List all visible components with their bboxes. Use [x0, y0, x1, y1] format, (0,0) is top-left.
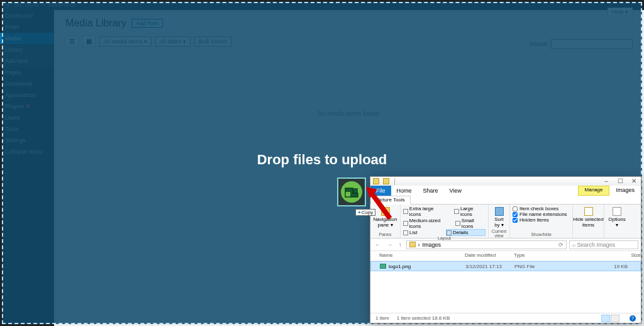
- tab-view[interactable]: View: [444, 186, 467, 196]
- file-name-extensions-toggle[interactable]: File name extensions: [513, 211, 570, 217]
- window-maximize-button[interactable]: ☐: [613, 177, 627, 186]
- col-size[interactable]: Size: [558, 251, 641, 261]
- image-file-icon: [380, 264, 386, 269]
- folder-icon: [373, 178, 379, 184]
- options-icon: [613, 207, 621, 216]
- nav-back-button[interactable]: ←: [373, 242, 382, 248]
- nav-up-button[interactable]: ↑: [397, 242, 404, 248]
- layout-details[interactable]: Details: [446, 229, 486, 236]
- item-check-boxes-toggle[interactable]: Item check boxes: [513, 206, 570, 211]
- folder-icon: [383, 178, 389, 184]
- file-row[interactable]: logo1.png3/12/2021 17:13PNG File19 KB: [370, 261, 641, 271]
- file-type: PNG File: [514, 264, 558, 269]
- ribbon: Navigation pane ▾ Panes Extra large icon…: [370, 205, 641, 239]
- context-title: Images: [609, 186, 641, 196]
- window-close-button[interactable]: ✕: [627, 177, 641, 186]
- ribbon-subtabs: Picture Tools: [370, 196, 641, 205]
- breadcrumb-current[interactable]: Images: [423, 242, 441, 248]
- nav-forward-button[interactable]: →: [385, 242, 394, 248]
- tab-share[interactable]: Share: [418, 186, 444, 196]
- file-explorer-window[interactable]: │ – ☐ ✕ File Home Share View Manage Imag…: [370, 176, 641, 323]
- explorer-titlebar[interactable]: │ – ☐ ✕: [370, 177, 641, 186]
- file-size: 19 KB: [558, 264, 640, 269]
- dragging-file-thumbnail: [337, 177, 366, 206]
- status-count: 1 item: [375, 315, 389, 321]
- sort-by-button[interactable]: Sort by ▾: [491, 206, 507, 229]
- tab-manage[interactable]: Manage: [578, 186, 610, 196]
- file-date: 3/12/2021 17:13: [465, 264, 514, 269]
- drop-text: Drop files to upload: [257, 152, 387, 168]
- titlebar-sep: │: [393, 178, 397, 184]
- file-list[interactable]: logo1.png3/12/2021 17:13PNG File19 KB: [370, 261, 641, 271]
- options-button[interactable]: Options ▾: [607, 206, 627, 229]
- status-selected: 1 item selected 18.6 KB: [397, 315, 450, 321]
- hide-selected-items-button[interactable]: Hide selected items: [575, 206, 601, 229]
- col-name[interactable]: Name: [379, 251, 465, 261]
- layout-medium-icons[interactable]: Medium-sized iconsSmall icons: [403, 218, 486, 229]
- breadcrumb-chevron[interactable]: ›: [418, 242, 420, 248]
- explorer-statusbar: 1 item 1 item selected 18.6 KB ?: [370, 313, 641, 323]
- layout-options: Extra large iconsLarge icons Medium-size…: [403, 206, 486, 236]
- hide-icon: [584, 207, 593, 216]
- explorer-search-box[interactable]: ⌕ Search Images: [569, 240, 638, 249]
- help-icon[interactable]: ?: [630, 315, 636, 322]
- folder-icon: [409, 242, 416, 247]
- hidden-items-toggle[interactable]: Hidden items: [513, 217, 570, 223]
- ribbon-meta-tabs: File Home Share View Manage Images: [370, 186, 641, 196]
- address-bar[interactable]: › Images ⟳: [406, 240, 567, 249]
- view-thumb-toggle[interactable]: [611, 315, 619, 322]
- search-icon: ⌕: [572, 242, 575, 248]
- col-type[interactable]: Type: [514, 251, 558, 261]
- address-bar-row: ← → ↑ › Images ⟳ ⌕ Search Images: [370, 239, 641, 251]
- sort-icon: [495, 207, 504, 216]
- annotation-arrow: [365, 186, 395, 222]
- file-name: logo1.png: [389, 264, 465, 269]
- window-minimize-button[interactable]: –: [599, 177, 613, 186]
- col-date[interactable]: Date modified: [465, 251, 514, 261]
- view-details-toggle[interactable]: [601, 315, 610, 322]
- layout-extra-large-icons[interactable]: Extra large iconsLarge icons: [403, 206, 486, 217]
- column-headers: Name Date modified Type Size: [370, 251, 641, 261]
